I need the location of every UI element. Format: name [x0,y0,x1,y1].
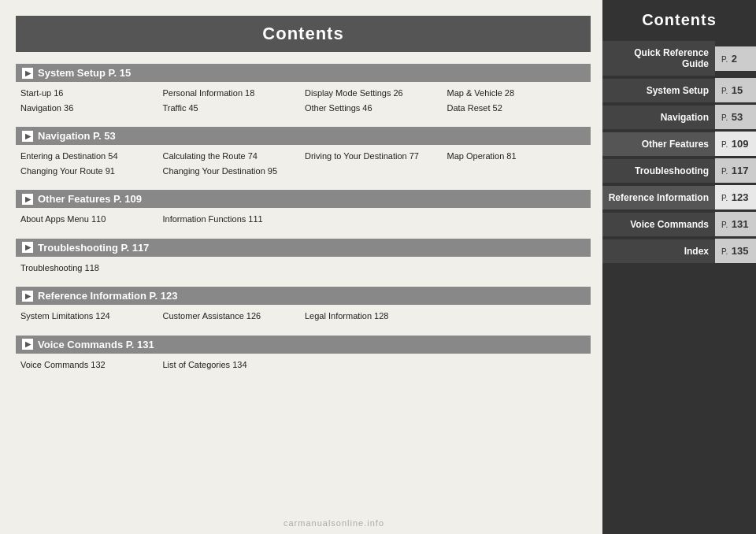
section-header-other-features: ▶Other Features P. 109 [16,190,591,208]
sidebar-item-page: P. 123 [715,185,756,210]
section-header-reference-information: ▶Reference Information P. 123 [16,287,591,305]
entry-item: About Apps Menu 110 [20,213,160,226]
sidebar-title: Contents [602,0,756,39]
entry-item: Information Functions 111 [163,213,302,226]
section-other-features: ▶Other Features P. 109About Apps Menu 11… [16,190,591,229]
sidebar-item-page: P. 2 [715,46,756,71]
section-entries: System Limitations 124Customer Assistanc… [16,308,591,326]
entry-item: Calculating the Route 74 [163,150,302,163]
main-content: Contents ▶System Setup P. 15Start-up 16P… [0,0,602,534]
section-entries: Voice Commands 132List of Categories 134 [16,357,591,375]
sidebar-item-label: Voice Commands [602,213,715,236]
entry-item: Voice Commands 132 [20,358,160,372]
section-header-voice-commands: ▶Voice Commands P. 131 [16,336,591,354]
section-troubleshooting: ▶Troubleshooting P. 117Troubleshooting 1… [16,239,591,278]
arrow-icon: ▶ [22,339,33,350]
entry-item: Traffic 45 [163,102,302,115]
section-title: System Setup P. 15 [38,67,131,79]
section-navigation: ▶Navigation P. 53Entering a Destination … [16,127,591,180]
entry-item: Data Reset 52 [447,102,587,115]
page-title: Contents [16,16,591,52]
sidebar-item-page: P. 131 [715,212,756,236]
entry-item: Start-up 16 [20,87,160,100]
entry-item [447,165,587,178]
sidebar: Contents Quick Reference GuideP. 2System… [602,0,756,534]
entry-item: Driving to Your Destination 77 [305,150,444,163]
section-entries: Troubleshooting 118 [16,260,591,278]
sidebar-item-page: P. 109 [715,132,756,156]
sidebar-item-other-features[interactable]: Other FeaturesP. 109 [602,132,756,156]
sidebar-item-label: Reference Information [602,186,715,210]
section-reference-information: ▶Reference Information P. 123System Limi… [16,287,591,326]
sidebar-item-label: Navigation [602,106,715,129]
entry-item: Changing Your Destination 95 [163,165,302,178]
entry-item: Personal Information 18 [163,87,302,100]
entry-item: List of Categories 134 [163,358,302,372]
sidebar-item-label: Index [602,239,715,263]
section-voice-commands: ▶Voice Commands P. 131Voice Commands 132… [16,336,591,375]
sidebar-item-label: Other Features [602,132,715,156]
arrow-icon: ▶ [22,242,33,253]
entry-item: Customer Assistance 126 [163,310,302,323]
arrow-icon: ▶ [22,194,33,205]
section-system-setup: ▶System Setup P. 15Start-up 16Personal I… [16,64,591,117]
sidebar-item-page: P. 15 [715,78,756,102]
entry-item: Troubleshooting 118 [20,261,160,275]
arrow-icon: ▶ [22,68,33,79]
entry-item: Legal Information 128 [305,310,444,323]
section-header-troubleshooting: ▶Troubleshooting P. 117 [16,239,591,257]
section-title: Other Features P. 109 [38,193,142,205]
entry-item: System Limitations 124 [20,310,160,323]
sidebar-item-page: P. 117 [715,158,756,183]
sidebar-item-page: P. 135 [715,239,756,263]
section-title: Reference Information P. 123 [38,290,178,302]
entry-item: Other Settings 46 [305,102,444,115]
sidebar-item-troubleshooting[interactable]: TroubleshootingP. 117 [602,158,756,183]
sidebar-item-label: Quick Reference Guide [602,41,715,76]
sidebar-item-label: Troubleshooting [602,159,715,183]
arrow-icon: ▶ [22,131,33,142]
section-entries: About Apps Menu 110Information Functions… [16,211,591,229]
entry-item: Entering a Destination 54 [20,150,160,163]
sidebar-item-system-setup[interactable]: System SetupP. 15 [602,78,756,102]
entry-item: Changing Your Route 91 [20,165,160,178]
section-entries: Start-up 16Personal Information 18Displa… [16,85,591,117]
sidebar-item-navigation[interactable]: NavigationP. 53 [602,105,756,129]
section-header-navigation: ▶Navigation P. 53 [16,127,591,145]
arrow-icon: ▶ [22,291,33,302]
sidebar-item-quick-reference-guide[interactable]: Quick Reference GuideP. 2 [602,41,756,76]
sidebar-item-label: System Setup [602,79,715,102]
entry-item: Map & Vehicle 28 [447,87,587,100]
sidebar-item-reference-information[interactable]: Reference InformationP. 123 [602,185,756,210]
sidebar-item-page: P. 53 [715,105,756,129]
section-entries: Entering a Destination 54Calculating the… [16,148,591,180]
sidebar-item-index[interactable]: IndexP. 135 [602,239,756,263]
entry-item: Navigation 36 [20,102,160,115]
watermark: carmanualsonline.info [284,518,384,528]
sidebar-item-voice-commands[interactable]: Voice CommandsP. 131 [602,212,756,236]
entry-item: Map Operation 81 [447,150,587,163]
section-header-system-setup: ▶System Setup P. 15 [16,64,591,82]
section-title: Voice Commands P. 131 [38,339,154,350]
section-title: Troubleshooting P. 117 [38,242,149,254]
entry-item: Display Mode Settings 26 [305,87,444,100]
section-title: Navigation P. 53 [38,130,116,142]
entry-item [305,165,444,178]
